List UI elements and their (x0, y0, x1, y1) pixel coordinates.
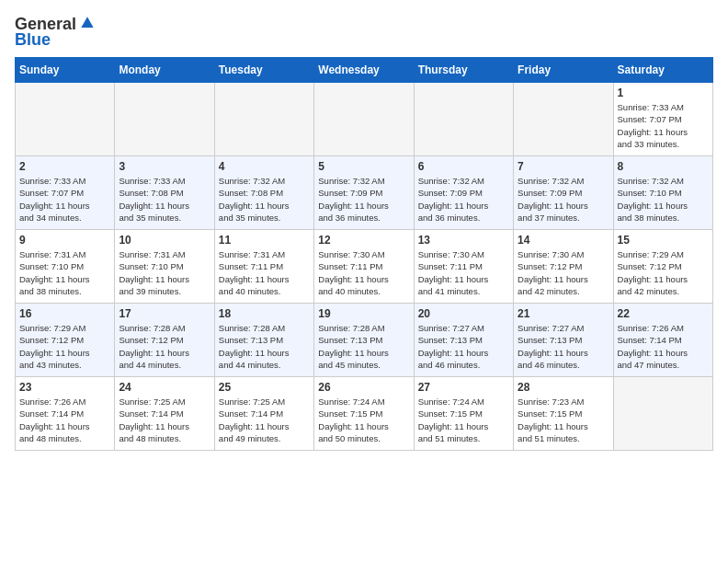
day-number: 8 (618, 160, 709, 173)
day-info: Sunrise: 7:33 AM Sunset: 7:08 PM Dayligh… (119, 175, 210, 224)
calendar-cell: 11Sunrise: 7:31 AM Sunset: 7:11 PM Dayli… (214, 230, 313, 304)
day-info: Sunrise: 7:28 AM Sunset: 7:12 PM Dayligh… (119, 322, 210, 371)
column-header-friday: Friday (514, 58, 613, 83)
calendar-cell: 22Sunrise: 7:26 AM Sunset: 7:14 PM Dayli… (613, 304, 712, 377)
calendar-cell: 23Sunrise: 7:26 AM Sunset: 7:14 PM Dayli… (16, 377, 115, 451)
calendar-cell: 6Sunrise: 7:32 AM Sunset: 7:09 PM Daylig… (414, 156, 513, 230)
calendar-cell: 21Sunrise: 7:27 AM Sunset: 7:13 PM Dayli… (514, 304, 613, 377)
calendar-cell: 13Sunrise: 7:30 AM Sunset: 7:11 PM Dayli… (414, 230, 513, 304)
day-number: 9 (19, 234, 110, 247)
day-info: Sunrise: 7:28 AM Sunset: 7:13 PM Dayligh… (219, 322, 310, 371)
column-header-saturday: Saturday (613, 58, 712, 83)
day-info: Sunrise: 7:31 AM Sunset: 7:10 PM Dayligh… (19, 248, 110, 297)
svg-marker-0 (81, 17, 93, 28)
day-number: 12 (318, 234, 409, 247)
calendar-cell: 25Sunrise: 7:25 AM Sunset: 7:14 PM Dayli… (214, 377, 313, 451)
day-info: Sunrise: 7:30 AM Sunset: 7:11 PM Dayligh… (318, 248, 409, 297)
day-number: 22 (618, 307, 709, 320)
column-header-wednesday: Wednesday (314, 58, 414, 83)
calendar-cell: 16Sunrise: 7:29 AM Sunset: 7:12 PM Dayli… (16, 304, 115, 377)
calendar-cell (414, 83, 513, 156)
day-info: Sunrise: 7:26 AM Sunset: 7:14 PM Dayligh… (618, 322, 709, 371)
day-info: Sunrise: 7:27 AM Sunset: 7:13 PM Dayligh… (418, 322, 509, 371)
day-info: Sunrise: 7:32 AM Sunset: 7:09 PM Dayligh… (318, 175, 409, 224)
calendar-cell: 17Sunrise: 7:28 AM Sunset: 7:12 PM Dayli… (115, 304, 214, 377)
calendar-cell: 5Sunrise: 7:32 AM Sunset: 7:09 PM Daylig… (314, 156, 414, 230)
day-info: Sunrise: 7:30 AM Sunset: 7:11 PM Dayligh… (418, 248, 509, 297)
day-number: 25 (219, 381, 310, 394)
day-number: 17 (119, 307, 210, 320)
calendar-cell (514, 83, 613, 156)
calendar-cell: 14Sunrise: 7:30 AM Sunset: 7:12 PM Dayli… (514, 230, 613, 304)
calendar-week-row: 9Sunrise: 7:31 AM Sunset: 7:10 PM Daylig… (16, 230, 713, 304)
logo-icon (78, 14, 97, 32)
calendar-cell: 4Sunrise: 7:32 AM Sunset: 7:08 PM Daylig… (214, 156, 313, 230)
calendar-cell: 20Sunrise: 7:27 AM Sunset: 7:13 PM Dayli… (414, 304, 513, 377)
calendar-table: SundayMondayTuesdayWednesdayThursdayFrid… (15, 57, 713, 451)
day-number: 28 (518, 381, 609, 394)
calendar-cell: 1Sunrise: 7:33 AM Sunset: 7:07 PM Daylig… (613, 83, 712, 156)
calendar-cell: 8Sunrise: 7:32 AM Sunset: 7:10 PM Daylig… (613, 156, 712, 230)
day-info: Sunrise: 7:24 AM Sunset: 7:15 PM Dayligh… (418, 396, 509, 444)
day-info: Sunrise: 7:31 AM Sunset: 7:11 PM Dayligh… (219, 248, 310, 297)
day-number: 19 (318, 307, 409, 320)
day-number: 23 (19, 381, 110, 394)
calendar-cell: 10Sunrise: 7:31 AM Sunset: 7:10 PM Dayli… (115, 230, 214, 304)
day-number: 6 (418, 160, 509, 173)
day-info: Sunrise: 7:28 AM Sunset: 7:13 PM Dayligh… (318, 322, 409, 371)
column-header-sunday: Sunday (16, 58, 115, 83)
calendar-cell: 2Sunrise: 7:33 AM Sunset: 7:07 PM Daylig… (16, 156, 115, 230)
day-number: 1 (618, 86, 709, 99)
day-info: Sunrise: 7:32 AM Sunset: 7:10 PM Dayligh… (618, 175, 709, 224)
day-number: 4 (219, 160, 310, 173)
calendar-cell: 27Sunrise: 7:24 AM Sunset: 7:15 PM Dayli… (414, 377, 513, 451)
day-info: Sunrise: 7:25 AM Sunset: 7:14 PM Dayligh… (219, 396, 310, 444)
day-number: 24 (119, 381, 210, 394)
day-info: Sunrise: 7:33 AM Sunset: 7:07 PM Dayligh… (19, 175, 110, 224)
day-info: Sunrise: 7:27 AM Sunset: 7:13 PM Dayligh… (518, 322, 609, 371)
calendar-cell (214, 83, 313, 156)
calendar-week-row: 2Sunrise: 7:33 AM Sunset: 7:07 PM Daylig… (16, 156, 713, 230)
calendar-cell: 7Sunrise: 7:32 AM Sunset: 7:09 PM Daylig… (514, 156, 613, 230)
page-header: General Blue (15, 15, 713, 50)
column-header-monday: Monday (115, 58, 214, 83)
day-info: Sunrise: 7:31 AM Sunset: 7:10 PM Dayligh… (119, 248, 210, 297)
day-info: Sunrise: 7:25 AM Sunset: 7:14 PM Dayligh… (119, 396, 210, 444)
day-info: Sunrise: 7:29 AM Sunset: 7:12 PM Dayligh… (19, 322, 110, 371)
day-number: 14 (518, 234, 609, 247)
calendar-header-row: SundayMondayTuesdayWednesdayThursdayFrid… (16, 58, 713, 83)
calendar-week-row: 1Sunrise: 7:33 AM Sunset: 7:07 PM Daylig… (16, 83, 713, 156)
day-number: 21 (518, 307, 609, 320)
calendar-cell: 15Sunrise: 7:29 AM Sunset: 7:12 PM Dayli… (613, 230, 712, 304)
calendar-cell: 12Sunrise: 7:30 AM Sunset: 7:11 PM Dayli… (314, 230, 414, 304)
day-number: 7 (518, 160, 609, 173)
calendar-cell (314, 83, 414, 156)
column-header-thursday: Thursday (414, 58, 513, 83)
calendar-cell (613, 377, 712, 451)
day-number: 18 (219, 307, 310, 320)
column-header-tuesday: Tuesday (214, 58, 313, 83)
day-number: 10 (119, 234, 210, 247)
calendar-cell: 9Sunrise: 7:31 AM Sunset: 7:10 PM Daylig… (16, 230, 115, 304)
calendar-cell: 18Sunrise: 7:28 AM Sunset: 7:13 PM Dayli… (214, 304, 313, 377)
logo: General Blue (15, 15, 97, 50)
day-info: Sunrise: 7:32 AM Sunset: 7:08 PM Dayligh… (219, 175, 310, 224)
calendar-cell: 26Sunrise: 7:24 AM Sunset: 7:15 PM Dayli… (314, 377, 414, 451)
day-info: Sunrise: 7:29 AM Sunset: 7:12 PM Dayligh… (618, 248, 709, 297)
day-number: 3 (119, 160, 210, 173)
day-number: 20 (418, 307, 509, 320)
calendar-cell: 28Sunrise: 7:23 AM Sunset: 7:15 PM Dayli… (514, 377, 613, 451)
day-info: Sunrise: 7:23 AM Sunset: 7:15 PM Dayligh… (518, 396, 609, 444)
calendar-cell (115, 83, 214, 156)
day-number: 16 (19, 307, 110, 320)
calendar-week-row: 16Sunrise: 7:29 AM Sunset: 7:12 PM Dayli… (16, 304, 713, 377)
day-info: Sunrise: 7:26 AM Sunset: 7:14 PM Dayligh… (19, 396, 110, 444)
calendar-cell: 24Sunrise: 7:25 AM Sunset: 7:14 PM Dayli… (115, 377, 214, 451)
day-info: Sunrise: 7:32 AM Sunset: 7:09 PM Dayligh… (418, 175, 509, 224)
calendar-cell (16, 83, 115, 156)
day-info: Sunrise: 7:32 AM Sunset: 7:09 PM Dayligh… (518, 175, 609, 224)
calendar-week-row: 23Sunrise: 7:26 AM Sunset: 7:14 PM Dayli… (16, 377, 713, 451)
calendar-cell: 19Sunrise: 7:28 AM Sunset: 7:13 PM Dayli… (314, 304, 414, 377)
day-number: 11 (219, 234, 310, 247)
day-number: 13 (418, 234, 509, 247)
